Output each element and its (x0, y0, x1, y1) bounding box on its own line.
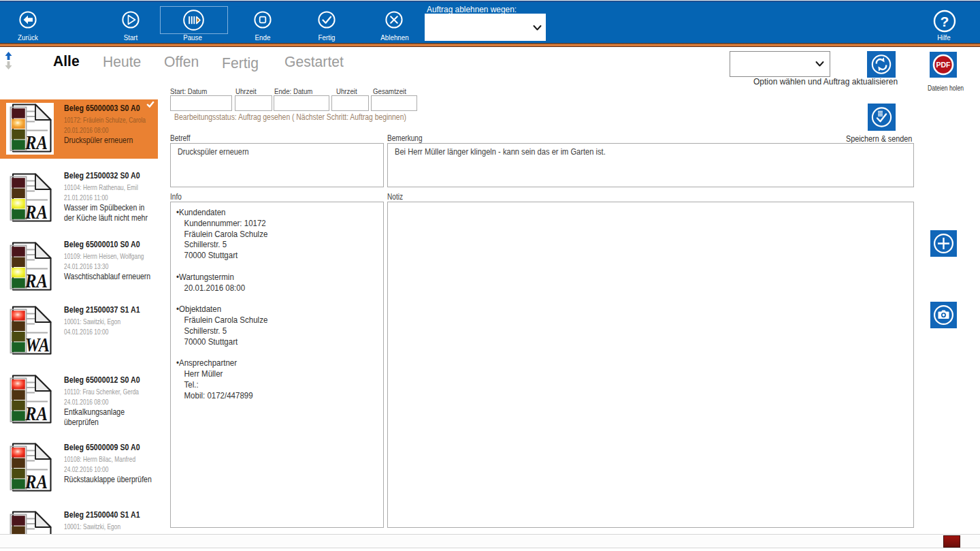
svg-text:RA: RA (24, 269, 48, 291)
svg-text:PDF: PDF (936, 61, 951, 69)
svg-text:WA: WA (25, 333, 50, 355)
svg-text:RA: RA (24, 402, 48, 424)
svg-text:RA: RA (24, 131, 48, 153)
svg-text:RA: RA (24, 200, 48, 222)
svg-text:RA: RA (24, 470, 48, 492)
svg-text:?: ? (941, 14, 949, 29)
